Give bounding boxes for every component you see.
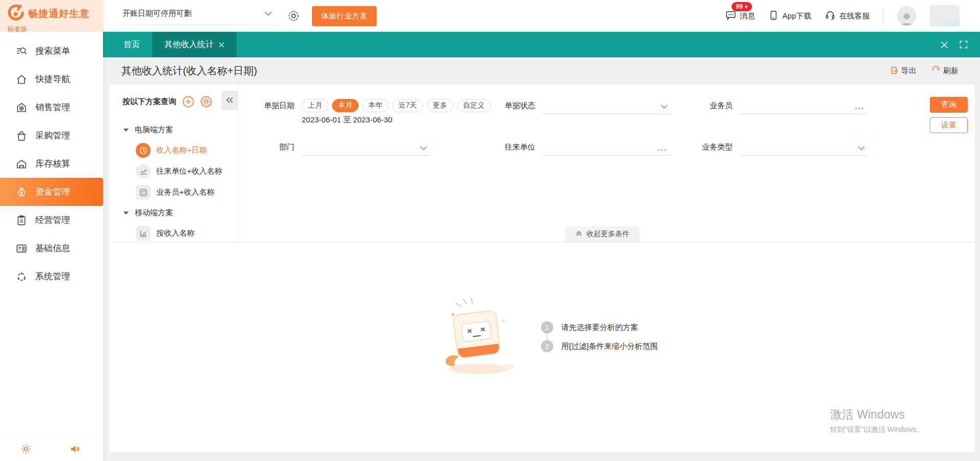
department-select[interactable]	[302, 140, 430, 156]
user-avatar[interactable]	[897, 6, 916, 26]
pill-this-month[interactable]: 本月	[332, 99, 359, 112]
pill-this-year[interactable]: 本年	[362, 99, 389, 112]
trial-industry-button[interactable]: 体验行业方案	[312, 6, 377, 26]
refresh-button[interactable]: 刷新	[932, 66, 958, 76]
gear-circle-icon[interactable]	[200, 96, 212, 108]
collapse-conditions-tab[interactable]: 收起更多条件	[566, 226, 640, 242]
filter-bill-date: 单据日期 上月 本月 本年 近7天 更多 自定义 20	[262, 99, 503, 125]
ellipsis-icon: ...	[855, 104, 865, 109]
scheme-group-label: 电脑端方案	[135, 125, 173, 135]
results-area: 1 请先选择要分析的方案 2 用[过滤]条件来缩小分析范围 激活 Windows…	[109, 242, 975, 452]
sales-icon	[15, 101, 28, 114]
sidebar-footer	[0, 436, 103, 461]
plus-circle-icon[interactable]	[182, 96, 194, 108]
pill-custom[interactable]: 自定义	[457, 99, 491, 112]
message-icon	[725, 10, 736, 22]
pill-last-month[interactable]: 上月	[302, 99, 328, 112]
chevron-down-icon	[661, 102, 668, 111]
home-icon	[15, 73, 28, 86]
sidebar-item-operations[interactable]: 经营管理	[0, 206, 103, 234]
windows-activation-watermark: 激活 Windows 转到"设置"以激活 Windows。	[830, 407, 924, 434]
headset-icon	[825, 10, 836, 22]
empty-state-illustration	[426, 294, 524, 380]
biz-type-select[interactable]	[740, 140, 868, 156]
double-chevron-left-icon	[226, 96, 234, 105]
scheme-item-salesman-income[interactable]: 业务员+收入名称	[109, 182, 238, 203]
sidebar-item-label: 经营管理	[35, 214, 70, 226]
tab-label: 首页	[123, 39, 140, 50]
gear-icon[interactable]	[287, 10, 300, 22]
filter-partner: 往来单位 ...	[503, 140, 700, 156]
date-quick-pills: 上月 本月 本年 近7天 更多 自定义	[302, 99, 491, 112]
purchase-bag-icon	[15, 130, 28, 142]
export-button[interactable]: 导出	[890, 66, 916, 76]
query-button[interactable]: 查询	[930, 97, 968, 113]
sidebar-item-system[interactable]: 系统管理	[0, 262, 103, 290]
scheme-item-by-income-name[interactable]: 按收入名称	[109, 223, 238, 244]
sidebar-menu: 搜索菜单 快捷导航 销售管理 采购管理 库存核算 资金管理	[0, 32, 103, 436]
salesman-picker[interactable]: ...	[740, 99, 868, 114]
fullscreen-icon[interactable]	[960, 40, 968, 49]
sidebar-item-search-menu[interactable]: 搜索菜单	[0, 37, 103, 65]
scheme-item-income-date[interactable]: 收入名称+日期	[109, 140, 238, 161]
app-download-link[interactable]: App下载	[768, 10, 811, 22]
query-section: 按以下方案查询 电脑端方案 收入名称+	[109, 85, 975, 242]
gear-icon[interactable]	[20, 444, 31, 454]
export-label: 导出	[901, 66, 916, 76]
scheme-item-label: 往来单位+收入名称	[156, 166, 222, 176]
brand-name: 畅捷通好生意	[28, 7, 90, 20]
step-1: 1 请先选择要分析的方案	[541, 321, 658, 333]
sidebar-item-inventory[interactable]: 库存核算	[0, 150, 103, 178]
tab-close-icon[interactable]	[219, 42, 224, 48]
phone-icon	[768, 10, 779, 22]
partner-picker[interactable]: ...	[543, 140, 671, 156]
main-column: 开账日期可停用可删 体验行业方案 99 + 消息 App下载 在线客服	[103, 0, 980, 461]
close-icon[interactable]	[941, 41, 948, 49]
sidebar: 畅捷通好生意 标准版 搜索菜单 快捷导航 销售管理 采购管理	[0, 0, 103, 461]
sidebar-item-label: 库存核算	[35, 158, 70, 170]
sidebar-item-label: 资金管理	[35, 186, 70, 198]
scheme-collapse-handle[interactable]	[221, 91, 238, 110]
topbar-right: 99 + 消息 App下载 在线客服	[725, 5, 960, 27]
trend-chart-icon	[136, 164, 151, 179]
scheme-group-pc[interactable]: 电脑端方案	[109, 120, 238, 140]
system-dots-icon	[15, 270, 28, 283]
page-title-bar: 其他收入统计(收入名称+日期) 导出 刷新	[103, 57, 980, 85]
watermark-line1: 激活 Windows	[830, 407, 924, 423]
sidebar-item-funds[interactable]: 资金管理	[0, 178, 103, 206]
sidebar-item-purchase[interactable]: 采购管理	[0, 121, 103, 150]
sidebar-item-base-info[interactable]: 基础信息	[0, 234, 103, 262]
caret-down-icon	[123, 129, 129, 132]
date-range-value[interactable]: 2023-06-01 至 2023-06-30	[302, 115, 491, 125]
speaker-icon[interactable]	[70, 444, 80, 454]
scheme-item-label: 按收入名称	[156, 228, 195, 238]
bill-status-select[interactable]	[543, 99, 671, 114]
online-support-link[interactable]: 在线客服	[825, 10, 870, 22]
filter-salesman: 业务员 ...	[700, 99, 889, 125]
filter-panel: 单据日期 上月 本月 本年 近7天 更多 自定义 20	[238, 85, 975, 242]
filter-label: 往来单位	[503, 140, 535, 152]
sidebar-item-quick-nav[interactable]: 快捷导航	[0, 65, 103, 93]
app-window: 畅捷通好生意 标准版 搜索菜单 快捷导航 销售管理 采购管理	[0, 0, 980, 461]
messages-link[interactable]: 99 + 消息	[725, 10, 755, 22]
chevron-down-icon	[264, 9, 272, 18]
account-book-select[interactable]: 开账日期可停用可删	[121, 7, 275, 25]
topbar: 开账日期可停用可删 体验行业方案 99 + 消息 App下载 在线客服	[103, 0, 980, 32]
user-name-redacted[interactable]	[930, 5, 960, 27]
content-card: 按以下方案查询 电脑端方案 收入名称+	[109, 85, 975, 452]
page-title: 其他收入统计(收入名称+日期)	[121, 64, 257, 78]
warehouse-icon	[15, 158, 28, 170]
sidebar-item-label: 搜索菜单	[35, 45, 70, 57]
account-book-value: 开账日期可停用可删	[122, 9, 192, 18]
clock-icon	[136, 143, 151, 158]
scheme-group-mobile[interactable]: 移动端方案	[109, 203, 238, 223]
chevron-down-icon	[858, 143, 865, 152]
tab-home[interactable]: 首页	[111, 32, 152, 57]
settings-button[interactable]: 设置	[930, 117, 968, 133]
sidebar-item-sales[interactable]: 销售管理	[0, 93, 103, 121]
pill-last-7-days[interactable]: 近7天	[392, 99, 423, 112]
scheme-item-partner-income[interactable]: 往来单位+收入名称	[109, 161, 238, 182]
pill-more[interactable]: 更多	[427, 99, 453, 112]
tab-other-income-stats[interactable]: 其他收入统计	[152, 32, 237, 57]
brand-area: 畅捷通好生意 标准版	[0, 0, 103, 32]
